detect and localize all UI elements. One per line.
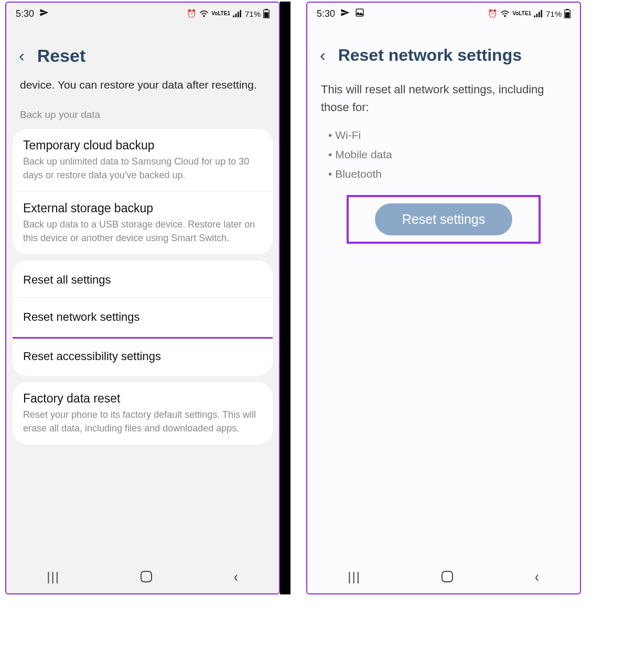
gallery-icon <box>355 8 364 20</box>
telegram-icon <box>39 8 49 20</box>
battery-percent: 71% <box>546 9 562 18</box>
svg-rect-13 <box>541 10 542 17</box>
item-external-backup[interactable]: External storage backup Back up data to … <box>13 191 273 254</box>
nav-back-icon[interactable]: ‹ <box>234 568 238 586</box>
phone-screen-right: 5:30 ⏰ VoLTE1 71% ‹ Reset network set <box>306 2 581 594</box>
item-sub: Back up data to a USB storage device. Re… <box>23 218 262 245</box>
svg-rect-7 <box>264 12 268 17</box>
backup-card: Temporary cloud backup Back up unlimited… <box>13 129 273 254</box>
reset-settings-button[interactable]: Reset settings <box>375 203 512 235</box>
svg-rect-1 <box>233 16 234 18</box>
svg-rect-3 <box>238 12 239 18</box>
alarm-icon: ⏰ <box>187 9 197 18</box>
item-title: External storage backup <box>23 201 262 215</box>
phone-screen-left: 5:30 ⏰ VoLTE1 71% ‹ Reset device. You ca… <box>5 2 280 594</box>
page-header: ‹ Reset <box>6 25 279 77</box>
svg-rect-12 <box>539 12 540 18</box>
nav-bar: ||| ‹ <box>307 560 580 593</box>
item-cloud-backup[interactable]: Temporary cloud backup Back up unlimited… <box>13 129 273 191</box>
nav-home-icon[interactable] <box>141 571 152 582</box>
page-title: Reset network settings <box>338 46 522 65</box>
item-title: Temporary cloud backup <box>23 138 262 153</box>
svg-rect-2 <box>235 14 237 17</box>
battery-percent: 71% <box>245 9 261 18</box>
item-title: Reset accessibility settings <box>23 346 262 366</box>
item-title: Reset all settings <box>23 270 262 290</box>
page-header: ‹ Reset network settings <box>307 25 580 75</box>
signal-icon <box>233 10 242 17</box>
reset-button-highlight: Reset settings <box>347 195 541 244</box>
svg-rect-4 <box>240 10 241 17</box>
back-icon[interactable]: ‹ <box>19 46 25 66</box>
reset-bullets: Wi-Fi Mobile data Bluetooth <box>307 120 580 190</box>
bullet-wifi: Wi-Fi <box>328 126 566 145</box>
status-time: 5:30 <box>16 8 34 19</box>
volte-icon: VoLTE1 <box>211 11 230 16</box>
back-icon[interactable]: ‹ <box>320 46 326 65</box>
nav-recent-icon[interactable]: ||| <box>348 569 361 584</box>
item-reset-accessibility[interactable]: Reset accessibility settings <box>13 337 273 376</box>
section-backup-label: Back up your data <box>6 97 279 126</box>
screens-divider <box>280 2 290 594</box>
volte-icon: VoLTE1 <box>512 11 531 16</box>
item-sub: Back up unlimited data to Samsung Cloud … <box>23 155 262 182</box>
battery-icon <box>263 9 270 18</box>
svg-point-9 <box>504 15 505 16</box>
nav-back-icon[interactable]: ‹ <box>535 568 539 586</box>
status-bar: 5:30 ⏰ VoLTE1 71% <box>307 3 580 25</box>
svg-rect-10 <box>534 16 535 18</box>
signal-icon <box>534 10 543 17</box>
nav-recent-icon[interactable]: ||| <box>47 569 60 584</box>
telegram-icon <box>340 8 350 20</box>
item-title: Factory data reset <box>23 392 262 406</box>
item-sub: Reset your phone to its factory default … <box>23 408 262 435</box>
status-time: 5:30 <box>317 8 335 19</box>
page-title: Reset <box>37 46 86 66</box>
svg-point-0 <box>203 15 205 16</box>
reset-intro: This will reset all network settings, in… <box>307 75 580 120</box>
svg-rect-16 <box>565 12 569 17</box>
item-factory-reset[interactable]: Factory data reset Reset your phone to i… <box>13 382 273 445</box>
battery-icon <box>564 9 571 18</box>
nav-bar: ||| ‹ <box>6 560 279 593</box>
wifi-icon <box>199 10 209 17</box>
nav-home-icon[interactable] <box>442 571 453 582</box>
bullet-bluetooth: Bluetooth <box>328 165 566 184</box>
bullet-mobile-data: Mobile data <box>328 145 566 165</box>
reset-card: Reset all settings Reset network setting… <box>13 261 273 376</box>
intro-text: device. You can restore your data after … <box>6 77 279 97</box>
alarm-icon: ⏰ <box>488 9 498 18</box>
item-reset-all[interactable]: Reset all settings <box>13 261 273 299</box>
status-bar: 5:30 ⏰ VoLTE1 71% <box>6 3 279 25</box>
item-title: Reset network settings <box>23 307 262 327</box>
item-reset-network[interactable]: Reset network settings <box>13 297 273 339</box>
factory-card: Factory data reset Reset your phone to i… <box>13 382 273 445</box>
wifi-icon <box>500 10 510 17</box>
svg-rect-11 <box>536 14 538 17</box>
